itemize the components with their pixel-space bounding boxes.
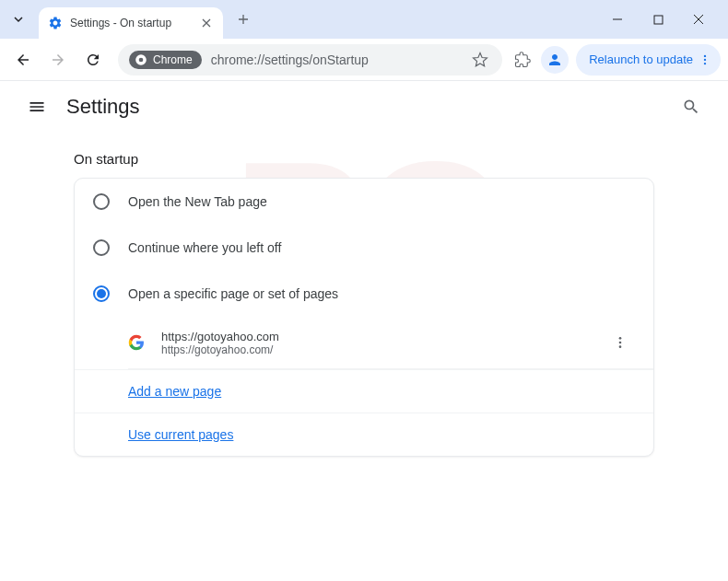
window-titlebar: Settings - On startup <box>0 0 728 39</box>
google-favicon-icon <box>128 334 145 351</box>
menu-button[interactable] <box>18 88 55 125</box>
radio-icon <box>93 193 110 210</box>
svg-rect-0 <box>654 16 663 24</box>
window-controls <box>605 6 722 32</box>
radio-continue[interactable]: Continue where you left off <box>75 225 653 271</box>
close-window-button[interactable] <box>686 6 711 32</box>
page-title: Settings <box>66 95 140 119</box>
page-entry-title: https://gotoyahoo.com <box>161 330 605 343</box>
tab-close-button[interactable] <box>199 16 214 30</box>
relaunch-update-button[interactable]: Relaunch to update <box>576 44 721 76</box>
more-vert-icon <box>699 53 711 66</box>
radio-label: Continue where you left off <box>128 240 281 255</box>
forward-button[interactable] <box>42 44 74 76</box>
chrome-chip-label: Chrome <box>153 53 193 66</box>
browser-toolbar: Chrome chrome://settings/onStartup Relau… <box>0 39 728 81</box>
chrome-logo-icon <box>135 53 147 66</box>
maximize-button[interactable] <box>645 6 671 32</box>
svg-point-3 <box>704 54 706 56</box>
svg-point-6 <box>619 337 622 340</box>
search-icon <box>682 98 700 116</box>
tab-search-dropdown[interactable] <box>6 6 31 32</box>
minimize-button[interactable] <box>605 6 630 32</box>
relaunch-label: Relaunch to update <box>589 52 693 66</box>
radio-open-new-tab[interactable]: Open the New Tab page <box>75 179 653 225</box>
svg-point-4 <box>704 58 706 60</box>
radio-specific-pages[interactable]: Open a specific page or set of pages <box>75 271 653 317</box>
radio-label: Open a specific page or set of pages <box>128 286 338 301</box>
use-current-link[interactable]: Use current pages <box>128 427 233 442</box>
plus-icon <box>238 14 249 25</box>
reload-button[interactable] <box>77 44 109 76</box>
hamburger-icon <box>28 98 46 116</box>
radio-label: Open the New Tab page <box>128 194 267 209</box>
maximize-icon <box>653 15 663 25</box>
extensions-button[interactable] <box>511 49 534 71</box>
url-text: chrome://settings/onStartup <box>211 52 369 67</box>
svg-point-8 <box>619 345 622 348</box>
profile-button[interactable] <box>541 46 569 74</box>
page-row-menu-button[interactable] <box>605 328 635 357</box>
star-icon <box>472 52 488 68</box>
bookmark-button[interactable] <box>469 49 491 71</box>
svg-point-7 <box>619 342 622 344</box>
settings-header: Settings <box>0 81 728 133</box>
new-tab-button[interactable] <box>230 6 256 32</box>
radio-icon <box>93 285 110 302</box>
person-icon <box>546 52 563 68</box>
add-page-link[interactable]: Add a new page <box>128 384 221 399</box>
search-button[interactable] <box>673 88 710 125</box>
arrow-left-icon <box>15 52 31 68</box>
address-bar[interactable]: Chrome chrome://settings/onStartup <box>118 44 502 76</box>
page-entry-url: https://gotoyahoo.com/ <box>161 343 605 356</box>
startup-card: Open the New Tab page Continue where you… <box>74 178 654 457</box>
page-info: https://gotoyahoo.com https://gotoyahoo.… <box>161 330 605 356</box>
minimize-icon <box>612 14 623 25</box>
startup-page-row: https://gotoyahoo.com https://gotoyahoo.… <box>75 317 653 368</box>
svg-point-2 <box>139 57 144 62</box>
svg-point-5 <box>704 62 706 64</box>
chrome-scheme-chip: Chrome <box>129 51 202 69</box>
settings-gear-icon <box>48 16 63 30</box>
chevron-down-icon <box>13 14 24 25</box>
puzzle-icon <box>514 52 531 68</box>
add-page-row[interactable]: Add a new page <box>75 369 653 413</box>
tab-title: Settings - On startup <box>70 17 199 29</box>
close-icon <box>693 14 704 25</box>
settings-content: On startup Open the New Tab page Continu… <box>0 133 728 475</box>
section-title: On startup <box>0 151 728 178</box>
back-button[interactable] <box>7 44 39 76</box>
browser-tab[interactable]: Settings - On startup <box>39 7 223 39</box>
close-icon <box>202 18 211 28</box>
more-vert-icon <box>613 335 628 350</box>
arrow-right-icon <box>50 52 66 68</box>
reload-icon <box>85 52 101 68</box>
radio-icon <box>93 239 110 256</box>
use-current-row[interactable]: Use current pages <box>75 413 653 456</box>
